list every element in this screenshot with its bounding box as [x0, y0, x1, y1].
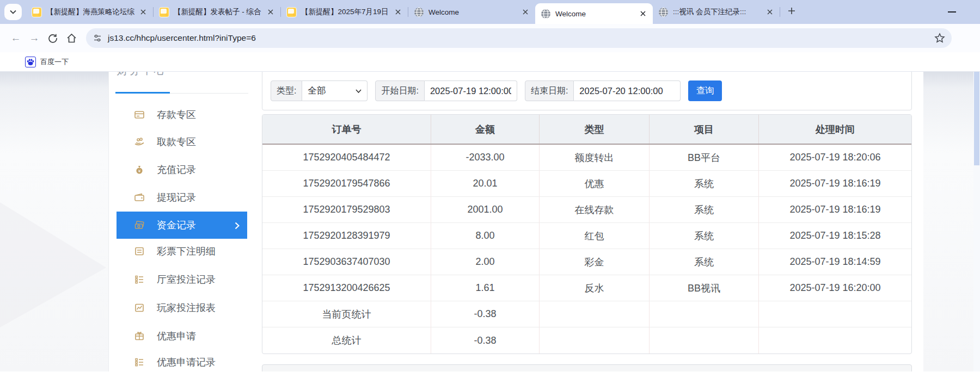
tab-welcome-1[interactable]: Welcome: [408, 1, 535, 23]
table-body: 1752920405484472 -2033.00 额度转出 BB平台 2025…: [262, 145, 911, 354]
svg-text:¥: ¥: [138, 169, 141, 173]
cell-type: 反水: [540, 275, 650, 301]
cell-project: 系统: [650, 197, 759, 223]
sidebar-item-label: 取款专区: [157, 135, 196, 148]
tab-forum-3[interactable]: 【新提醒】2025年7月19日: [281, 1, 408, 23]
type-select-value: 全部: [308, 85, 326, 97]
type-filter-group: 类型: 全部: [271, 80, 375, 101]
sidebar-item-funds-records[interactable]: 资金记录: [117, 212, 247, 239]
cell-project: 系统: [650, 223, 759, 249]
close-tab-icon[interactable]: [639, 9, 647, 18]
chevron-down-icon: [10, 10, 16, 14]
tab-title: Welcome: [428, 8, 517, 16]
cell-project: BB平台: [650, 145, 759, 171]
tab-title: Welcome: [555, 10, 634, 18]
chevron-down-icon: [356, 89, 362, 93]
cell-amount: -2033.00: [431, 145, 540, 171]
cell-amount: 1.61: [431, 275, 540, 301]
close-tab-icon[interactable]: [139, 8, 148, 16]
globe-favicon: [541, 9, 551, 19]
end-date-group: 结束日期:: [525, 80, 681, 101]
window-minimize-button[interactable]: [948, 11, 956, 13]
tab-video-records[interactable]: :::视讯 会员下注纪录:::: [653, 1, 780, 23]
start-date-input[interactable]: [425, 80, 517, 101]
column-header-amount: 金额: [431, 115, 540, 144]
cell-order-no: 1752903637407030: [262, 249, 431, 275]
browser-toolbar: ← → js13.cc/hhcp/usercenter.html?iniType…: [0, 24, 980, 52]
globe-favicon: [414, 7, 424, 17]
background-triangle: [0, 202, 106, 327]
new-tab-button[interactable]: [788, 7, 795, 17]
bookmarks-bar: 百度一下: [0, 52, 980, 72]
cell-project: BB视讯: [650, 275, 759, 301]
table-header-row: 订单号 金额 类型 项目 处理时间: [262, 115, 911, 145]
sidebar-item-hall-bet-records[interactable]: 厅室投注记录: [117, 266, 247, 293]
chat-favicon: [286, 7, 297, 17]
back-button[interactable]: ←: [7, 29, 25, 47]
sidebar-item-recharge-records[interactable]: ¥ 充值记录: [117, 157, 247, 183]
bookmark-baidu[interactable]: 百度一下: [25, 57, 69, 67]
sidebar-item-label: 优惠申请记录: [157, 356, 216, 369]
scrollbar-thumb[interactable]: [974, 72, 979, 165]
cell-project: 系统: [650, 171, 759, 197]
cell-amount: 20.01: [431, 171, 540, 197]
cell-empty: [540, 301, 650, 327]
sidebar-header-finance-center: 财务中心: [117, 72, 167, 78]
reload-button[interactable]: [44, 29, 62, 47]
cell-empty: [650, 301, 759, 327]
chat-favicon: [32, 7, 42, 17]
chevron-right-icon: [235, 221, 240, 232]
start-date-label: 开始日期:: [375, 80, 424, 101]
left-gutter: [0, 72, 109, 371]
chat-favicon: [159, 7, 169, 17]
tab-welcome-active[interactable]: Welcome: [535, 3, 653, 24]
sidebar-item-label: 资金记录: [157, 219, 196, 232]
table-row: 1752920179547866 20.01 优惠 系统 2025-07-19 …: [262, 171, 911, 197]
cell-order-no: 1752920179547866: [262, 171, 431, 197]
document-lines-icon: [134, 246, 145, 257]
tab-forum-1[interactable]: 【新提醒】海燕策略论坛综: [26, 1, 153, 23]
bookmark-star-icon[interactable]: [934, 33, 945, 44]
sidebar-item-withdraw-zone[interactable]: 取款专区: [117, 129, 247, 155]
filter-panel: 类型: 全部 开始日期: 结束日期: 查询: [262, 72, 912, 110]
page-scrollbar[interactable]: [973, 72, 980, 371]
query-button[interactable]: 查询: [688, 80, 722, 101]
cell-type: 额度转出: [540, 145, 650, 171]
sidebar-active-tab-underline: [115, 92, 170, 94]
url-bar[interactable]: js13.cc/hhcp/usercenter.html?iniType=6: [86, 28, 952, 48]
table-row: 1752913200426625 1.61 反水 BB视讯 2025-07-19…: [262, 275, 911, 301]
sidebar-item-promo-apply-records[interactable]: 优惠申请记录: [117, 349, 247, 371]
close-tab-icon[interactable]: [521, 8, 530, 16]
close-tab-icon[interactable]: [765, 8, 774, 16]
forward-button[interactable]: →: [25, 29, 44, 47]
site-settings-icon[interactable]: [93, 33, 102, 43]
home-button[interactable]: [62, 29, 81, 47]
reload-icon: [48, 33, 58, 43]
end-date-input[interactable]: [574, 80, 681, 101]
table-row: 1752903637407030 2.00 彩金 系统 2025-07-19 1…: [262, 249, 911, 275]
cell-amount: 2001.00: [431, 197, 540, 223]
close-tab-icon[interactable]: [394, 8, 402, 16]
sidebar-item-lottery-bet-details[interactable]: 彩票下注明细: [117, 238, 247, 264]
hand-money-icon: [134, 137, 145, 147]
cell-type: 优惠: [540, 171, 650, 197]
sidebar-item-player-bet-report[interactable]: 玩家投注报表: [117, 295, 247, 321]
cell-time: 2025-07-19 16:20:00: [759, 275, 911, 301]
column-header-project: 项目: [650, 115, 759, 144]
tab-forum-2[interactable]: 【新提醒】发表帖子 - 综合: [154, 1, 280, 23]
sidebar: 财务中心 存款专区 取款专区 ¥ 充值记录 提现记录 资金记录 彩票下注明细: [109, 72, 254, 371]
sidebar-item-deposit-zone[interactable]: 存款专区: [117, 102, 247, 128]
type-select[interactable]: 全部: [302, 80, 367, 101]
sidebar-item-label: 充值记录: [157, 163, 196, 176]
type-label: 类型:: [271, 80, 302, 101]
sidebar-item-label: 优惠申请: [157, 330, 196, 343]
cell-time: 2025-07-19 18:16:19: [759, 171, 911, 197]
cell-amount: -0.38: [431, 301, 540, 327]
close-tab-icon[interactable]: [266, 8, 275, 16]
plus-icon: [788, 7, 795, 15]
sidebar-item-promo-apply[interactable]: 优惠申请: [117, 323, 247, 349]
column-header-type: 类型: [540, 115, 650, 144]
sidebar-item-withdrawal-records[interactable]: 提现记录: [117, 184, 247, 210]
tab-search-button[interactable]: [4, 4, 22, 20]
table-row: 1752920179529803 2001.00 在线存款 系统 2025-07…: [262, 197, 911, 223]
